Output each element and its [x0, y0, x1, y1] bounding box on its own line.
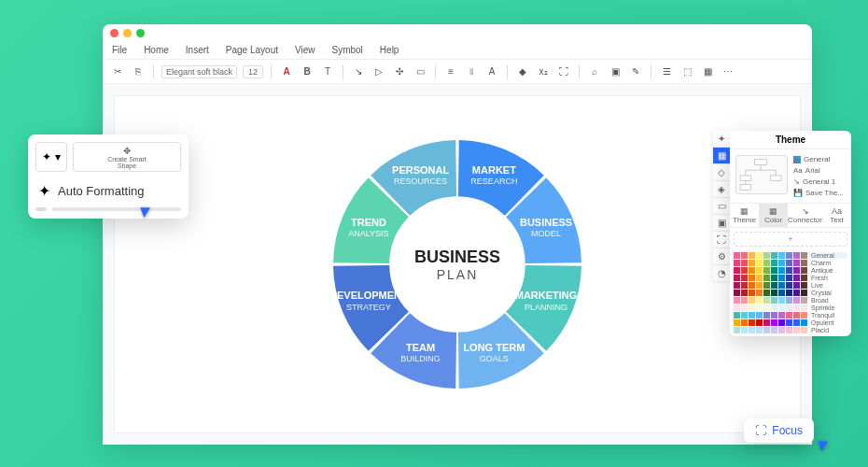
menu-home[interactable]: Home	[144, 45, 169, 55]
palette-row[interactable]: Opulent	[734, 319, 847, 326]
rail-layers-icon[interactable]: ◈	[713, 181, 730, 198]
theme-opt-general[interactable]: General	[793, 155, 846, 163]
rail-chart-icon[interactable]: ◔	[713, 265, 730, 282]
maximize-window-button[interactable]	[136, 29, 145, 37]
rail-image-icon[interactable]: ▣	[713, 215, 730, 232]
menu-help[interactable]: Help	[380, 45, 399, 55]
tab-color[interactable]: ▦Color	[759, 204, 788, 227]
palette-swatch	[786, 319, 792, 326]
grid-icon[interactable]: ▦	[700, 64, 715, 79]
palette-row[interactable]: Broad	[734, 297, 847, 304]
palette-row[interactable]: Sprinkle	[734, 304, 847, 311]
layers-icon[interactable]: ☰	[659, 64, 674, 79]
palette-row[interactable]: Placid	[734, 327, 847, 333]
palette-swatch	[771, 290, 777, 296]
theme-opt-font[interactable]: AaArial	[793, 166, 846, 175]
palette-swatch	[771, 327, 777, 333]
focus-button[interactable]: ⛶ Focus	[744, 418, 814, 443]
palette-swatch	[749, 290, 755, 296]
palette-swatch	[741, 252, 748, 259]
menu-file[interactable]: File	[112, 45, 127, 55]
palette-swatch	[778, 267, 785, 274]
fill-icon[interactable]: ◆	[515, 64, 530, 79]
rect-icon[interactable]: ▭	[413, 64, 427, 79]
close-window-button[interactable]	[110, 29, 119, 37]
palette-swatch	[741, 297, 748, 304]
palette-swatch	[771, 260, 777, 266]
palette-row[interactable]: Fresh	[734, 275, 847, 281]
pointer-icon[interactable]: ▷	[371, 64, 386, 79]
auto-format-slider[interactable]	[35, 207, 181, 211]
search-icon[interactable]: ⌕	[587, 64, 602, 79]
palette-swatch	[786, 327, 792, 333]
connector-icon[interactable]: ↘	[351, 64, 366, 79]
create-smart-shape-button[interactable]: ✥ Create Smart Shape	[73, 142, 181, 172]
palette-swatch	[778, 319, 785, 326]
palette-row[interactable]: Charm	[734, 260, 847, 266]
palette-swatch	[801, 260, 807, 266]
rail-page-icon[interactable]: ▭	[713, 198, 730, 215]
bold-icon[interactable]: B	[300, 64, 315, 79]
tab-connector[interactable]: ↘Connector	[788, 204, 822, 227]
menu-page-layout[interactable]: Page Layout	[226, 45, 278, 55]
theme-tabs: ▦Theme ▦Color ↘Connector AaText	[730, 203, 851, 228]
copy-icon[interactable]: ⎘	[131, 64, 146, 79]
palette-swatch	[793, 290, 800, 296]
theme-preview[interactable]	[735, 155, 788, 194]
add-palette-button[interactable]: +	[734, 232, 847, 247]
lock-icon[interactable]: ⬚	[679, 64, 694, 79]
crop-icon[interactable]: ⛶	[556, 64, 571, 79]
tab-theme[interactable]: ▦Theme	[730, 204, 759, 227]
minimize-window-button[interactable]	[123, 29, 132, 37]
palette-swatch	[756, 319, 763, 326]
palette-row[interactable]: Tranquil	[734, 312, 847, 318]
palette-swatch	[734, 312, 740, 318]
rail-theme-icon[interactable]: ▦	[713, 148, 730, 164]
align-icon[interactable]: ≡	[443, 64, 458, 79]
tab-text[interactable]: AaText	[822, 204, 851, 227]
subscript-icon[interactable]: x₂	[536, 64, 551, 79]
theme-opt-general1[interactable]: ↘General 1	[793, 177, 846, 186]
toolbar: ✂ ⎘ Elegant soft black 12 A B T ↘ ▷ ✣ ▭ …	[103, 60, 812, 84]
more-icon[interactable]: ⋯	[721, 64, 735, 79]
donut-chart[interactable]: BUSINESS PLAN MARKETRESEARCHBUSINESSMODE…	[327, 134, 588, 395]
rail-settings-icon[interactable]: ⚙	[713, 248, 730, 265]
menu-symbol[interactable]: Symbol	[332, 45, 363, 55]
text-icon[interactable]: T	[320, 64, 335, 79]
palette-swatch	[741, 267, 748, 274]
palette-swatch	[801, 290, 807, 296]
palette-row[interactable]: General	[734, 252, 847, 259]
sparkle-button[interactable]: ✦ ▾	[35, 142, 67, 172]
segment-label: DEVELOPMENTSTRATEGY	[329, 290, 408, 312]
svg-rect-7	[740, 184, 750, 190]
pan-icon[interactable]: ✣	[392, 64, 407, 79]
cut-icon[interactable]: ✂	[110, 64, 125, 79]
canvas[interactable]: BUSINESS PLAN MARKETRESEARCHBUSINESSMODE…	[114, 95, 801, 433]
font-color-icon[interactable]: A	[279, 64, 294, 79]
palette-swatch	[786, 312, 792, 318]
pen-icon[interactable]: ✎	[628, 64, 643, 79]
palette-row[interactable]: Live	[734, 282, 847, 289]
font-size-select[interactable]: 12	[243, 65, 263, 78]
palette-swatch	[793, 327, 800, 333]
palette-row[interactable]: Crystal	[734, 290, 847, 296]
palette-name: Fresh	[811, 275, 847, 281]
palette-swatch	[778, 252, 785, 259]
palette-swatch	[771, 304, 777, 311]
palette-name: Charm	[811, 260, 847, 266]
frame-icon[interactable]: ▣	[608, 64, 623, 79]
rail-expand-icon[interactable]: ⛶	[713, 232, 730, 248]
theme-opt-save[interactable]: 💾Save The...	[793, 189, 846, 197]
palette-swatch	[749, 267, 755, 274]
segment-label: BUSINESSMODEL	[520, 217, 572, 239]
rail-shape-icon[interactable]: ◇	[713, 164, 730, 181]
rail-sparkle-icon[interactable]: ✦	[713, 131, 730, 148]
palette-row[interactable]: Antique	[734, 267, 847, 274]
shape-font-icon[interactable]: A	[484, 64, 499, 79]
menu-view[interactable]: View	[295, 45, 315, 55]
auto-formatting-row[interactable]: ✦ Auto Formatting	[35, 177, 181, 204]
font-select[interactable]: Elegant soft black	[161, 65, 237, 78]
menu-insert[interactable]: Insert	[186, 45, 209, 55]
palette-swatch	[786, 290, 792, 296]
distribute-icon[interactable]: ⦀	[464, 64, 479, 79]
